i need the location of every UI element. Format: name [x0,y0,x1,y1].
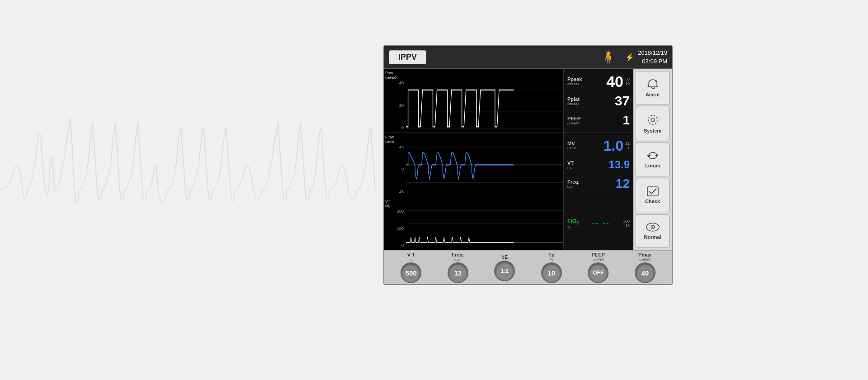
ie-param-name: I:E [501,254,508,260]
freq-meas-unit: bpm [567,185,580,189]
pmax-param-name: Pmax [638,252,651,257]
fio2-unit: % [567,225,579,229]
tp-param-unit: % [550,257,553,261]
vt-chart-low: 0 [385,243,405,247]
ppeak-value: 40 [606,74,623,89]
check-icon [647,186,659,199]
tp-dial[interactable]: 10 [541,262,562,283]
svg-point-12 [648,115,657,124]
fio2-value: -- -- [592,219,610,228]
vt-dial[interactable]: 500 [401,262,421,283]
system-icon [647,114,659,128]
header-bar: IPPV 🧍 ⚡ 2018/12/19 03:09 PM [384,46,672,69]
ppeak-label: Ppeak [567,76,582,82]
ppeak-limit-high: 50 [625,77,630,81]
flow-high: 45 [385,145,405,149]
mv-limit-high: 12 [625,141,630,146]
vt-chart: VT mL 200 100 0 [384,197,633,250]
vt-meas-value: 13.9 [609,158,630,171]
pplat-value: 37 [615,93,630,109]
ie-dial-value: 1:2 [501,268,509,274]
param-ie: I:E 1:2 [482,254,527,281]
datetime: 2018/12/19 03:09 PM [638,49,667,65]
freq-meas-value: 12 [616,176,630,191]
patient-icon: 🧍 [600,50,616,65]
ppeak-unit: cmH₂O [567,82,582,86]
flow-label: Flow [385,135,405,140]
param-pmax: Pmax cmH₂O 40 [623,252,668,283]
param-freq: Freq. bpm 12 [436,252,481,283]
vt-meas-unit: mL [567,166,574,170]
peep-dial[interactable]: OFF [588,262,609,283]
paw-chart: Paw cmH₂O 40 20 0 [384,69,633,133]
paw-high: 40 [385,81,405,85]
peep-meas-unit: cmH₂O [567,121,580,125]
tp-dial-value: 10 [547,269,555,277]
flow-unit: L/min [385,140,405,144]
svg-rect-15 [647,187,658,196]
flow-low: -45 [385,190,405,194]
freq-param-unit: bpm [454,257,462,261]
flow-mid: 0 [385,167,405,171]
freq-dial[interactable]: 12 [448,262,468,283]
loops-button[interactable]: Loops [636,142,670,176]
vt-chart-mid: 100 [385,226,405,231]
check-label: Check [645,199,660,204]
vt-dial-value: 500 [406,269,417,277]
check-button[interactable]: Check [636,179,670,212]
device-panel: IPPV 🧍 ⚡ 2018/12/19 03:09 PM Paw cmH₂O 4… [383,45,673,285]
fio2-limit-low: 18 [625,223,630,228]
system-label: System [644,128,661,133]
svg-point-18 [652,227,653,228]
peep-dial-value: OFF [593,270,604,276]
alarm-icon [647,79,659,92]
vt-chart-label: VT [385,199,405,204]
pmax-param-unit: cmH₂O [639,257,651,261]
peep-meas-label: PEEP [567,116,580,121]
paw-label: Paw [385,71,405,76]
fio2-limit-high: 100 [623,219,630,223]
tp-param-name: Tp [548,252,554,257]
mode-button[interactable]: IPPV [389,50,426,64]
alarm-label: Alarm [646,92,660,97]
mv-value: 1.0 [604,138,623,153]
param-bar: V T mL 500 Freq. bpm 12 I:E 1:2 [384,250,672,284]
fio2-label: FiO2 [567,218,579,225]
system-button[interactable]: System [636,107,670,140]
vt-param-name: V T [407,252,415,257]
flow-chart: Flow L/min 45 0 -45 [384,133,633,197]
param-tp: Tp % 10 [529,252,574,283]
svg-point-11 [651,118,655,122]
pplat-unit: cmH₂O [567,102,580,106]
content-area: Paw cmH₂O 40 20 0 [384,69,672,250]
peep-param-name: PEEP [592,252,605,257]
freq-meas-label: Freq. [567,179,580,185]
paw-low: 0 [385,125,405,130]
vt-meas-label: VT [567,160,574,166]
freq-param-name: Freq. [452,252,464,257]
pmax-dial-value: 40 [641,269,649,277]
loops-icon [647,151,659,163]
ie-dial[interactable]: 1:2 [494,261,515,281]
connection-icon: ⚡ [625,53,634,62]
peep-meas-value: 1 [623,113,630,128]
paw-unit: cmH₂O [385,76,405,80]
param-peep: PEEP cmH₂O OFF [576,252,621,283]
pmax-dial[interactable]: 40 [635,262,656,283]
ppeak-limit-low: 10 [625,81,630,86]
normal-icon [646,222,660,234]
pplat-label: Pplat [567,96,580,102]
normal-label: Normal [644,234,661,240]
svg-marker-14 [647,155,651,157]
normal-button[interactable]: Normal [636,214,670,248]
vt-chart-high: 200 [385,209,405,214]
loops-label: Loops [645,163,660,168]
paw-mid: 20 [385,103,405,108]
alarm-button[interactable]: Alarm [636,71,670,104]
side-buttons-panel: Alarm System [633,69,672,250]
mv-unit: L/min [567,146,576,150]
vt-chart-unit: mL [385,204,405,208]
vt-param-unit: mL [409,257,414,261]
peep-param-unit: cmH₂O [592,257,604,261]
freq-dial-value: 12 [454,269,462,277]
